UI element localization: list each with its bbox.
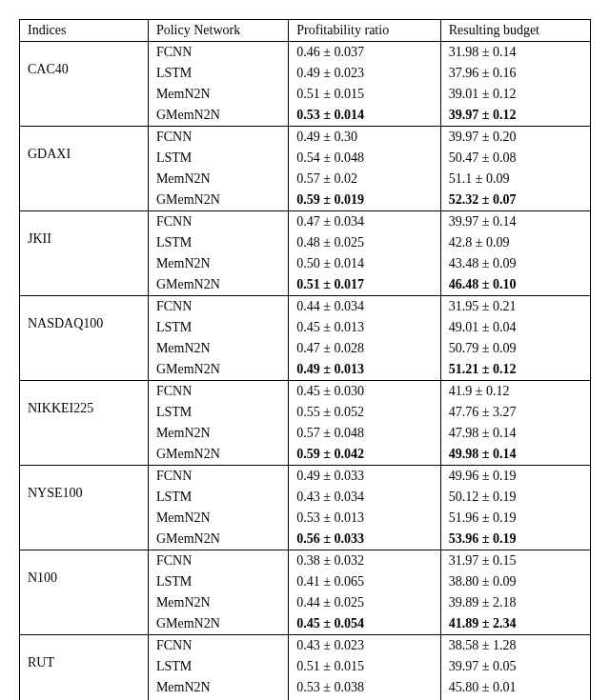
profit-cell: 0.41 ± 0.065 (289, 571, 440, 592)
table-row: RUTFCNN0.43 ± 0.02338.58 ± 1.28 (20, 635, 591, 657)
profit-cell: 0.51 ± 0.015 (289, 656, 440, 677)
profit-cell: 0.53 ± 0.013 (289, 508, 440, 529)
table-row: NIKKEI225FCNN0.45 ± 0.03041.9 ± 0.12 (20, 381, 591, 403)
profit-cell: 0.50 ± 0.014 (289, 253, 440, 274)
budget-cell: 42.8 ± 0.09 (440, 232, 590, 253)
index-label: RUT (28, 638, 140, 670)
budget-cell: 49.01 ± 0.04 (440, 317, 590, 338)
profit-cell: 0.49 ± 0.30 (289, 127, 440, 149)
profit-cell: 0.56 ± 0.033 (289, 529, 440, 550)
budget-cell: 47.76 ± 3.27 (440, 402, 590, 423)
profit-cell: 0.57 ± 0.048 (289, 423, 440, 444)
budget-cell: 41.89 ± 2.34 (440, 613, 590, 635)
profit-cell: 0.51 ± 0.015 (289, 84, 440, 105)
budget-cell: 39.97 ± 0.14 (440, 211, 590, 233)
profit-cell: 0.47 ± 0.034 (289, 211, 440, 233)
profit-cell: 0.44 ± 0.034 (289, 296, 440, 318)
profit-cell: 0.49 ± 0.033 (289, 466, 440, 488)
index-cell: NASDAQ100 (20, 296, 149, 381)
budget-cell: 49.96 ± 0.19 (440, 466, 590, 488)
policy-cell: MemN2N (148, 169, 288, 190)
profit-cell: 0.47 ± 0.028 (289, 338, 440, 359)
budget-cell: 46.48 ± 0.10 (440, 274, 590, 296)
policy-cell: MemN2N (148, 253, 288, 274)
budget-cell: 51.96 ± 0.19 (440, 508, 590, 529)
index-label: GDAXI (28, 130, 140, 162)
index-cell: NYSE100 (20, 466, 149, 550)
table-row: JKIIFCNN0.47 ± 0.03439.97 ± 0.14 (20, 211, 591, 233)
budget-cell: 41.9 ± 0.12 (440, 381, 590, 403)
policy-cell: FCNN (148, 127, 288, 149)
policy-cell: FCNN (148, 550, 288, 572)
budget-cell: 39.01 ± 0.12 (440, 84, 590, 105)
profit-cell: 0.45 ± 0.054 (289, 613, 440, 635)
index-label: NYSE100 (28, 469, 140, 501)
profit-cell: 0.38 ± 0.032 (289, 550, 440, 572)
policy-cell: GMemN2N (148, 444, 288, 466)
profit-cell: 0.45 ± 0.013 (289, 317, 440, 338)
budget-cell: 45.80 ± 0.01 (440, 677, 590, 698)
budget-cell: 31.98 ± 0.14 (440, 42, 590, 64)
index-cell: GDAXI (20, 127, 149, 211)
policy-cell: GMemN2N (148, 105, 288, 127)
table-row: CAC40FCNN0.46 ± 0.03731.98 ± 0.14 (20, 42, 591, 64)
profit-cell: 0.55 ± 0.052 (289, 402, 440, 423)
index-label: NASDAQ100 (28, 299, 140, 331)
policy-cell: FCNN (148, 211, 288, 233)
profit-cell: 0.44 ± 0.025 (289, 592, 440, 613)
policy-cell: FCNN (148, 466, 288, 488)
policy-cell: LSTM (148, 148, 288, 169)
profit-cell: 0.51 ± 0.017 (289, 274, 440, 296)
header-row: Indices Policy Network Profitability rat… (20, 20, 591, 42)
policy-cell: FCNN (148, 635, 288, 657)
profit-cell: 0.49 ± 0.013 (289, 359, 440, 381)
profit-cell: 0.43 ± 0.023 (289, 635, 440, 657)
policy-cell: FCNN (148, 296, 288, 318)
index-cell: RUT (20, 635, 149, 701)
policy-cell: MemN2N (148, 592, 288, 613)
policy-cell: MemN2N (148, 677, 288, 698)
index-cell: JKII (20, 211, 149, 296)
budget-cell: 50.12 ± 0.19 (440, 487, 590, 508)
index-cell: CAC40 (20, 42, 149, 127)
budget-cell: 49.98 ± 0.14 (440, 444, 590, 466)
policy-cell: LSTM (148, 63, 288, 84)
budget-cell: 43.48 ± 0.09 (440, 253, 590, 274)
policy-cell: GMemN2N (148, 613, 288, 635)
index-label: N100 (28, 553, 140, 586)
header-budget: Resulting budget (440, 20, 590, 42)
header-indices: Indices (20, 20, 149, 42)
budget-cell: 50.47 ± 0.08 (440, 148, 590, 169)
budget-cell: 38.80 ± 0.09 (440, 571, 590, 592)
budget-cell: 37.96 ± 0.16 (440, 63, 590, 84)
index-cell: NIKKEI225 (20, 381, 149, 466)
header-policy: Policy Network (148, 20, 288, 42)
table-row: NASDAQ100FCNN0.44 ± 0.03431.95 ± 0.21 (20, 296, 591, 318)
budget-cell: 50.79 ± 0.09 (440, 338, 590, 359)
budget-cell: 39.97 ± 0.20 (440, 127, 590, 149)
policy-cell: GMemN2N (148, 274, 288, 296)
budget-cell: 51.1 ± 0.09 (440, 169, 590, 190)
profit-cell: 0.53 ± 0.014 (289, 105, 440, 127)
profit-cell: 0.48 ± 0.025 (289, 232, 440, 253)
budget-cell: 39.97 ± 0.12 (440, 105, 590, 127)
profit-cell: 0.54 ± 0.048 (289, 148, 440, 169)
policy-cell: FCNN (148, 42, 288, 64)
profit-cell: 0.46 ± 0.037 (289, 42, 440, 64)
policy-cell: GMemN2N (148, 190, 288, 211)
budget-cell: 47.98 ± 0.14 (440, 423, 590, 444)
table-row: N100FCNN0.38 ± 0.03231.97 ± 0.15 (20, 550, 591, 572)
index-label: CAC40 (28, 45, 140, 77)
policy-cell: GMemN2N (148, 359, 288, 381)
table-body: CAC40FCNN0.46 ± 0.03731.98 ± 0.14LSTM0.4… (20, 42, 591, 701)
policy-cell: LSTM (148, 317, 288, 338)
policy-cell: MemN2N (148, 423, 288, 444)
profit-cell: 0.49 ± 0.023 (289, 63, 440, 84)
budget-cell: 39.89 ± 2.18 (440, 592, 590, 613)
policy-cell: MemN2N (148, 338, 288, 359)
budget-cell: 51.21 ± 0.12 (440, 359, 590, 381)
policy-cell: LSTM (148, 571, 288, 592)
profit-cell: 0.59 ± 0.019 (289, 190, 440, 211)
policy-cell: MemN2N (148, 508, 288, 529)
profit-cell: 0.59 ± 0.042 (289, 444, 440, 466)
